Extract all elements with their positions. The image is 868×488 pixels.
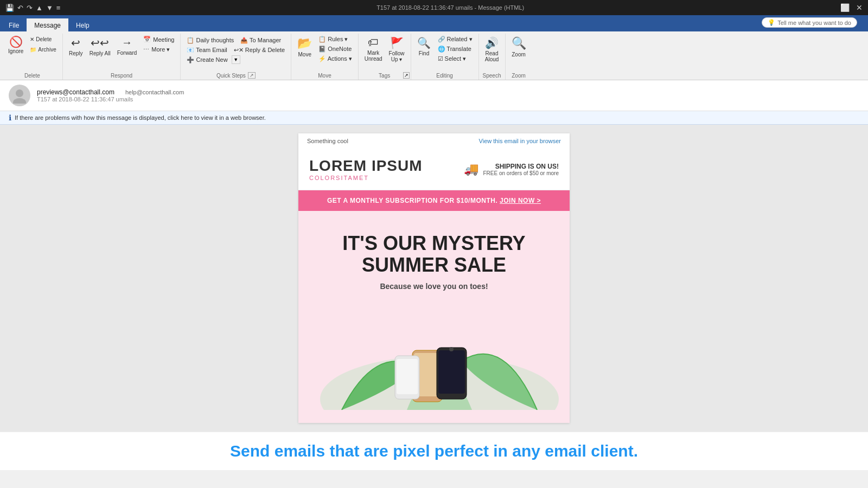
respond-group-buttons: ↩ Reply ↩↩ Reply All → Forward 📅 Meeting… <box>66 34 177 58</box>
title-bar: 💾 ↶ ↷ ▲ ▼ ≡ T157 at 2018-08-22 11:36:47 … <box>0 0 868 15</box>
more-button[interactable]: ⋯ More ▾ <box>141 45 177 54</box>
tell-me-input[interactable]: 💡 Tell me what you want to do <box>762 17 857 28</box>
ribbon-group-delete: 🚫 Ignore ✕ Delete 📁 Archive Delete <box>2 34 63 80</box>
zoom-label: Zoom <box>512 52 526 57</box>
quicksteps-group-label: Quick Steps ↗ <box>181 72 291 79</box>
tab-file[interactable]: File <box>1 18 27 31</box>
ribbon-group-speech: 🔊 ReadAloud Speech <box>479 34 506 80</box>
tab-help[interactable]: Help <box>68 18 97 31</box>
editing-group-buttons: 🔍 Find 🔗 Related ▾ 🌐 Translate ☑ Select … <box>414 34 475 63</box>
brand-section: LOREM IPSUM COLORSITAMET <box>309 157 423 181</box>
hero-section: IT'S OUR MYSTERYSUMMER SALE Because we l… <box>298 211 570 301</box>
daily-thoughts-button[interactable]: 📋 Daily thoughts <box>184 36 237 45</box>
ribbon-group-quicksteps: 📋 Daily thoughts 📤 To Manager 📧 Team Ema… <box>181 34 291 80</box>
promo-text: GET A MONTHLY SUBSCRIPTION FOR $10/MONTH… <box>327 197 497 204</box>
move-button[interactable]: 📂 Move <box>295 35 315 63</box>
more-icon: ⋯ <box>143 46 149 53</box>
ribbon: 🚫 Ignore ✕ Delete 📁 Archive Delete ↩ Rep… <box>0 31 868 80</box>
rules-button[interactable]: 📋 Rules ▾ <box>316 35 355 44</box>
restore-icon[interactable]: ⬜ <box>840 3 850 12</box>
speech-group-label: Speech <box>479 73 505 79</box>
delete-group-buttons: 🚫 Ignore ✕ Delete 📁 Archive <box>5 34 59 56</box>
move-group-label: Move <box>291 73 358 79</box>
close-icon[interactable]: ✕ <box>856 3 863 12</box>
ignore-label: Ignore <box>8 48 23 54</box>
mark-unread-label: MarkUnread <box>365 50 382 62</box>
promo-banner[interactable]: GET A MONTHLY SUBSCRIPTION FOR $10/MONTH… <box>298 190 570 211</box>
view-in-browser-link[interactable]: View this email in your browser <box>479 138 561 144</box>
archive-button[interactable]: 📁 Archive <box>27 45 59 54</box>
select-button[interactable]: ☑ Select ▾ <box>435 54 475 63</box>
reply-delete-button[interactable]: ↩✕ Reply & Delete <box>231 46 288 55</box>
move-icon: 📂 <box>297 36 312 50</box>
product-illustration <box>309 301 570 410</box>
email-content-area: Something cool View this email in your b… <box>0 125 868 432</box>
email-container: Something cool View this email in your b… <box>298 133 570 423</box>
follow-up-button[interactable]: 🚩 FollowUp ▾ <box>386 35 407 64</box>
read-aloud-icon: 🔊 <box>485 36 499 49</box>
window-controls: ⬜ ✕ <box>840 3 863 12</box>
brand-name: LOREM IPSUM <box>309 157 423 175</box>
find-button[interactable]: 🔍 Find <box>414 35 434 63</box>
up-icon[interactable]: ▲ <box>36 4 43 12</box>
read-aloud-button[interactable]: 🔊 ReadAloud <box>482 35 502 64</box>
truck-icon: 🚚 <box>464 162 478 176</box>
quicksteps-expand-btn[interactable]: ↗ <box>248 72 256 79</box>
reply-label: Reply <box>69 50 83 56</box>
undo-icon[interactable]: ↶ <box>17 4 23 12</box>
sender-avatar <box>9 85 30 106</box>
tags-expand[interactable]: ↗ <box>403 72 410 79</box>
create-new-button[interactable]: ➕ Create New <box>184 55 230 65</box>
window-title: T157 at 2018-08-22 11:36:47 umails - Mes… <box>60 4 840 11</box>
zoom-group-label: Zoom <box>506 73 532 79</box>
delete-button[interactable]: ✕ Delete <box>27 35 59 44</box>
reply-all-button[interactable]: ↩↩ Reply All <box>87 35 113 58</box>
ignore-button[interactable]: 🚫 Ignore <box>5 35 26 56</box>
reply-button[interactable]: ↩ Reply <box>66 35 86 58</box>
message-date: T157 at 2018-08-22 11:36:47 umails <box>37 96 859 102</box>
svg-point-7 <box>449 347 454 351</box>
tell-me-label: Tell me what you want to do <box>777 20 851 26</box>
move-label: Move <box>298 52 311 57</box>
forward-icon: → <box>122 36 132 49</box>
meeting-button[interactable]: 📅 Meeting <box>141 35 177 44</box>
preheader-text: Something cool <box>307 138 348 144</box>
reply-icon: ↩ <box>71 36 80 49</box>
follow-up-icon: 🚩 <box>390 36 404 49</box>
onenote-button[interactable]: 📓 OneNote <box>316 44 355 54</box>
delete-icon: ✕ <box>30 36 34 42</box>
redo-icon[interactable]: ↷ <box>27 4 33 12</box>
info-text[interactable]: If there are problems with how this mess… <box>15 114 266 121</box>
translate-button[interactable]: 🌐 Translate <box>435 44 475 54</box>
menu-icon[interactable]: ≡ <box>56 4 61 12</box>
down-icon[interactable]: ▼ <box>46 4 53 12</box>
reply-all-label: Reply All <box>90 50 111 56</box>
zoom-button[interactable]: 🔍 Zoom <box>509 35 529 59</box>
quick-access-toolbar: 💾 ↶ ↷ ▲ ▼ ≡ <box>5 4 60 12</box>
zoom-icon: 🔍 <box>512 36 526 50</box>
team-email-button[interactable]: 📧 Team Email <box>184 46 229 55</box>
lightbulb-icon: 💡 <box>768 19 775 26</box>
mark-unread-icon: 🏷 <box>368 36 379 49</box>
forward-button[interactable]: → Forward <box>114 35 140 58</box>
sender-email: previews@contacthall.com <box>37 88 114 96</box>
tab-message[interactable]: Message <box>27 18 68 31</box>
ribbon-group-respond: ↩ Reply ↩↩ Reply All → Forward 📅 Meeting… <box>63 34 181 80</box>
email-header: LOREM IPSUM COLORSITAMET 🚚 SHIPPING IS O… <box>298 149 570 190</box>
ribbon-group-tags: 🏷 MarkUnread 🚩 FollowUp ▾ Tags ↗ <box>359 34 411 80</box>
quicksteps-expand[interactable]: ▼ <box>232 55 240 64</box>
promo-link[interactable]: JOIN NOW > <box>500 197 541 204</box>
shipping-text: SHIPPING IS ON US! <box>483 163 559 170</box>
related-button[interactable]: 🔗 Related ▾ <box>435 35 475 44</box>
svg-rect-6 <box>438 350 465 394</box>
shipping-box: 🚚 SHIPPING IS ON US! FREE on orders of $… <box>464 162 559 176</box>
save-icon[interactable]: 💾 <box>5 4 14 12</box>
speech-group-buttons: 🔊 ReadAloud <box>482 34 502 64</box>
mark-unread-button[interactable]: 🏷 MarkUnread <box>362 35 385 64</box>
to-manager-button[interactable]: 📤 To Manager <box>238 36 284 45</box>
meeting-icon: 📅 <box>143 36 151 43</box>
archive-label: Archive <box>38 47 56 53</box>
move-group-buttons: 📂 Move 📋 Rules ▾ 📓 OneNote ⚡ Actions ▾ <box>295 34 355 63</box>
recipient-email: help@contacthall.com <box>125 89 184 95</box>
actions-button[interactable]: ⚡ Actions ▾ <box>316 54 355 63</box>
